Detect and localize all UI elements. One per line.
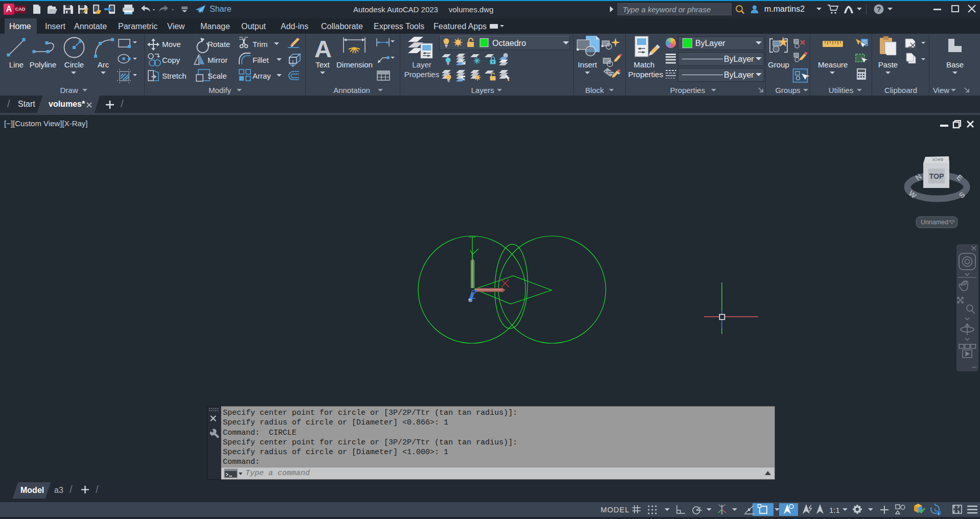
svg-text:Unnamed: Unnamed [921,219,948,226]
svg-text:1:1: 1:1 [829,506,840,514]
svg-text:BACK: BACK [931,157,943,162]
svg-text:TOP: TOP [929,172,944,180]
svg-text:?: ? [877,5,881,13]
svg-text:i: i [938,511,939,516]
